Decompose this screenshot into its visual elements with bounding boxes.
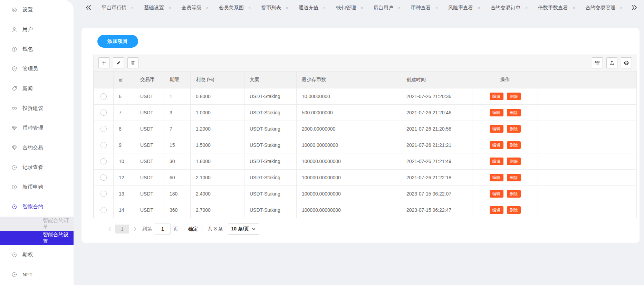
tab-close-icon[interactable]: × bbox=[131, 6, 134, 10]
cell-term: 180 bbox=[164, 186, 191, 202]
tab-label: 基础设置 bbox=[144, 4, 164, 11]
filler-column-header bbox=[538, 72, 637, 88]
delete-button[interactable]: 删除 bbox=[507, 158, 521, 165]
sidebar-item[interactable]: 新闻 bbox=[0, 79, 74, 98]
row-radio[interactable] bbox=[100, 191, 107, 197]
tabs-scroll-left-icon[interactable] bbox=[85, 4, 92, 11]
cell-coin: USDT bbox=[135, 88, 164, 105]
sidebar-item[interactable]: 智能合约 bbox=[0, 197, 74, 217]
sidebar-item[interactable]: 用户 bbox=[0, 20, 74, 39]
tab-item[interactable]: 会员关系图× bbox=[219, 4, 251, 11]
delete-button[interactable]: 删除 bbox=[507, 174, 521, 181]
tab-label: 合约交易订单 bbox=[491, 4, 521, 11]
add-item-button[interactable]: 添加项目 bbox=[97, 35, 138, 48]
table-row: 12USDT602.1000USDT-Staking100000.0000000… bbox=[94, 170, 637, 186]
cell-min: 500.00000000 bbox=[297, 105, 401, 121]
sidebar-item[interactable]: 合约交易 bbox=[0, 138, 74, 158]
tab-close-icon[interactable]: × bbox=[435, 6, 438, 10]
edit-button[interactable]: 编辑 bbox=[490, 190, 503, 198]
tab-close-icon[interactable]: × bbox=[525, 6, 528, 10]
tab-close-icon[interactable]: × bbox=[248, 6, 251, 10]
delete-button[interactable]: 删除 bbox=[507, 141, 521, 149]
delete-button[interactable]: 删除 bbox=[507, 206, 521, 214]
sidebar-subitem[interactable]: 智能合约设置 bbox=[0, 231, 74, 245]
sidebar-subitem[interactable]: 智能合约订单 bbox=[0, 217, 74, 231]
export-button[interactable] bbox=[606, 57, 617, 68]
edit-button[interactable]: 编辑 bbox=[490, 109, 503, 116]
sidebar-item[interactable]: $新币申购 bbox=[0, 177, 74, 197]
tab-close-icon[interactable]: × bbox=[478, 6, 480, 10]
sidebar-item[interactable]: 期权 bbox=[0, 245, 74, 265]
tab-item[interactable]: 提币列表× bbox=[261, 4, 288, 11]
sidebar-item-label: 新币申购 bbox=[22, 184, 43, 190]
sidebar-item[interactable]: NFT bbox=[0, 265, 74, 284]
row-radio[interactable] bbox=[100, 174, 107, 181]
print-button[interactable] bbox=[621, 57, 632, 68]
tab-item[interactable]: 币种查看× bbox=[411, 4, 438, 11]
tab-label: 会员等级 bbox=[181, 4, 201, 11]
tab-item[interactable]: 合约交易订单× bbox=[491, 4, 528, 11]
row-radio[interactable] bbox=[100, 207, 107, 213]
tab-close-icon[interactable]: × bbox=[361, 6, 363, 10]
sidebar-item[interactable]: 管理员 bbox=[0, 59, 74, 79]
tab-close-icon[interactable]: × bbox=[398, 6, 401, 10]
sidebar-item[interactable]: $钱包 bbox=[0, 39, 74, 59]
confirm-button[interactable]: 确定 bbox=[184, 224, 202, 234]
row-radio[interactable] bbox=[100, 158, 107, 164]
tab-item[interactable]: 通道充值× bbox=[299, 4, 326, 11]
goto-page-input[interactable] bbox=[155, 224, 171, 235]
row-radio[interactable] bbox=[100, 93, 107, 99]
sidebar-item-label: 钱包 bbox=[22, 46, 33, 53]
row-radio[interactable] bbox=[100, 126, 107, 132]
chevron-down-icon bbox=[252, 227, 256, 231]
table-toolbar bbox=[94, 55, 637, 71]
delete-button[interactable]: 删除 bbox=[507, 125, 521, 133]
tab-close-icon[interactable]: × bbox=[573, 6, 575, 10]
row-radio[interactable] bbox=[100, 142, 107, 148]
cell-term: 60 bbox=[164, 170, 191, 186]
tab-item[interactable]: 基础设置× bbox=[144, 4, 171, 11]
tab-item[interactable]: 后台用户× bbox=[373, 4, 401, 11]
next-page-icon[interactable] bbox=[133, 227, 137, 231]
grid-button[interactable] bbox=[592, 57, 603, 68]
trash-button[interactable] bbox=[127, 57, 138, 68]
cell-interest: 1.2000 bbox=[191, 121, 244, 137]
edit-button[interactable]: 编辑 bbox=[490, 158, 503, 165]
toolbar-right-group bbox=[592, 57, 632, 68]
tab-item[interactable]: 钱包管理× bbox=[336, 4, 363, 11]
svg-text:$: $ bbox=[13, 48, 15, 51]
tab-close-icon[interactable]: × bbox=[206, 6, 209, 10]
row-radio[interactable] bbox=[100, 110, 107, 116]
delete-button[interactable]: 删除 bbox=[507, 93, 521, 100]
tab-item[interactable]: 倍数手数查看× bbox=[538, 4, 575, 11]
edit-button[interactable]: 编辑 bbox=[490, 206, 503, 214]
page-size-select[interactable]: 10 条/页 bbox=[228, 224, 259, 235]
tab-item[interactable]: 会员等级× bbox=[181, 4, 209, 11]
current-page[interactable]: 1 bbox=[115, 225, 129, 234]
cell-created: 2023-07-15 06:22:07 bbox=[401, 186, 472, 202]
edit-button[interactable]: 编辑 bbox=[490, 93, 503, 100]
tab-close-icon[interactable]: × bbox=[286, 6, 288, 10]
sidebar-item[interactable]: 设置 bbox=[0, 0, 74, 20]
edit-button[interactable]: 编辑 bbox=[490, 141, 503, 149]
tab-item[interactable]: 风险率查看× bbox=[448, 4, 480, 11]
print-icon bbox=[624, 60, 629, 66]
edit-button[interactable]: 编辑 bbox=[490, 125, 503, 133]
tab-close-icon[interactable]: × bbox=[169, 6, 171, 10]
cell-id: 8 bbox=[114, 121, 135, 137]
sidebar-item[interactable]: 记录查看 bbox=[0, 158, 74, 177]
tab-item[interactable]: 合约交易管理× bbox=[585, 4, 623, 11]
prev-page-icon[interactable] bbox=[107, 227, 112, 231]
tab-close-icon[interactable]: × bbox=[620, 6, 623, 10]
sidebar-item[interactable]: 币种管理 bbox=[0, 118, 74, 138]
cell-term: 3 bbox=[164, 105, 191, 121]
tab-item[interactable]: 平台币行情× bbox=[102, 4, 134, 11]
tabs-scroll-right-icon[interactable] bbox=[631, 4, 638, 11]
sidebar-item[interactable]: 投拆建议 bbox=[0, 98, 74, 118]
delete-button[interactable]: 删除 bbox=[507, 190, 521, 198]
delete-button[interactable]: 删除 bbox=[507, 109, 521, 116]
plus-button[interactable] bbox=[98, 57, 109, 68]
pencil-button[interactable] bbox=[113, 57, 124, 68]
edit-button[interactable]: 编辑 bbox=[490, 174, 503, 181]
tab-close-icon[interactable]: × bbox=[323, 6, 326, 10]
